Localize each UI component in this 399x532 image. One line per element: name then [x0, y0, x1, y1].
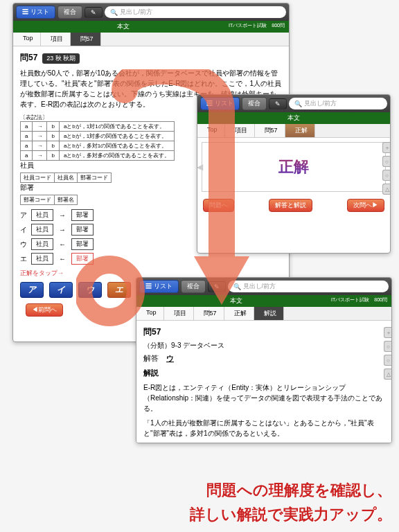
title-bar: 本文 ITパスポート試験 800問: [136, 295, 391, 307]
choice-e: エ 社員 部署: [20, 253, 282, 265]
toolbar: ☰ リスト 複合 ✎ 🔍 見出し/前方: [197, 95, 390, 112]
side-tab-1[interactable]: ○: [384, 341, 392, 352]
correct-window: ☰ リスト 複合 ✎ 🔍 見出し/前方 本文 Top 項目 問57 正解 正解 …: [197, 94, 391, 254]
search-input[interactable]: 🔍 見出し/前方: [289, 98, 387, 109]
search-input[interactable]: 🔍 見出し/前方: [105, 6, 286, 18]
side-tab-1[interactable]: ○: [382, 156, 391, 167]
crumb-top[interactable]: Top: [136, 307, 164, 320]
answer-i[interactable]: イ: [49, 282, 73, 298]
list-button[interactable]: ☰ リスト: [16, 6, 55, 19]
pencil-button[interactable]: ✎: [85, 7, 103, 18]
category: （分類）9-3 データベース: [143, 341, 384, 351]
title-center: 本文: [117, 22, 130, 31]
answer-a[interactable]: ア: [20, 282, 44, 298]
search-icon: 🔍: [110, 9, 118, 16]
crumb-qnum[interactable]: 問57: [255, 124, 285, 137]
explanation-window: ☰ リスト 複合 ✎ 🔍 見出し/前方 本文 ITパスポート試験 800問 To…: [136, 277, 392, 443]
answer-e[interactable]: エ: [107, 282, 131, 298]
crumb-qnum[interactable]: 問57: [71, 33, 101, 46]
arrow-right-icon: [57, 226, 67, 233]
list-button[interactable]: ☰ リスト: [139, 280, 179, 293]
exam-tag: 23 秋 秋期: [42, 53, 80, 64]
tap-label: 正解をタップ→: [20, 269, 64, 276]
legend-table: a→baとbが，1対1の関係であることを表す。 a→baとbが，1対多の関係であ…: [20, 121, 175, 161]
crumb-explain[interactable]: 解説: [254, 307, 284, 320]
side-tabs: ＋ ○ ○ △: [382, 142, 391, 195]
correct-panel: 正解: [202, 142, 386, 192]
explanation-content: 問57 （分類）9-3 データベース 解答 ウ 解説 E-R図とは，エンティティ…: [136, 321, 391, 443]
search-icon: 🔍: [233, 283, 241, 290]
title-bar: 本文: [197, 112, 390, 124]
breadcrumb: Top 項目 問57 正解 解説: [136, 307, 391, 321]
explain-heading: 解説: [143, 368, 384, 378]
search-input[interactable]: 🔍 見出し/前方: [228, 281, 389, 292]
to-question-button[interactable]: 問題へ: [203, 199, 234, 212]
side-tab-3[interactable]: △: [384, 369, 392, 380]
side-tabs: ＋ ○ ○ △: [384, 327, 392, 380]
arrow-left-icon: [57, 255, 67, 263]
crumb-correct[interactable]: 正解: [224, 307, 254, 320]
search-icon: 🔍: [294, 100, 302, 107]
marketing-line2: 詳しい解説で実践力アップ。: [190, 502, 392, 526]
breadcrumb: Top 項目 問57: [13, 33, 289, 46]
toolbar: ☰ リスト 複合 ✎ 🔍 見出し/前方: [136, 278, 391, 295]
crumb-correct[interactable]: 正解: [285, 124, 315, 137]
compound-button[interactable]: 複合: [181, 280, 206, 293]
title-right: ITパスポート試験 800問: [229, 22, 285, 31]
question-number: 問57: [20, 52, 37, 64]
side-tab-plus[interactable]: ＋: [384, 327, 392, 338]
marketing-line1: 問題への理解度を確認し、: [190, 478, 392, 502]
nav-row: 問題へ 解答と解説 次問へ▶: [197, 196, 390, 215]
compound-button[interactable]: 複合: [242, 97, 267, 110]
crumb-top[interactable]: Top: [197, 124, 225, 137]
list-button[interactable]: ☰ リスト: [200, 97, 240, 110]
crumb-qnum[interactable]: 問57: [194, 307, 224, 320]
arrow-right-icon: [57, 211, 67, 219]
explain-p2: 「1人の社員が複数部署に所属することはない」とあることから，"社員"表と"部署"…: [143, 418, 384, 438]
side-tab-3[interactable]: △: [382, 184, 391, 195]
crumb-item[interactable]: 項目: [225, 124, 255, 137]
prev-question-button[interactable]: ◀前問へ: [26, 303, 63, 317]
answer-line: 解答 ウ: [143, 353, 384, 364]
explain-p3: したがって，ウが正解となる。: [143, 443, 384, 443]
pencil-button[interactable]: ✎: [269, 98, 287, 109]
explain-p1: E-R図とは，エンティティ（Entity：実体）とリレーションシップ（Relat…: [143, 382, 384, 414]
title-bar: 本文 ITパスポート試験 800問: [13, 21, 289, 33]
toolbar: ☰ リスト 複合 ✎ 🔍 見出し/前方: [13, 3, 289, 21]
question-number: 問57: [143, 326, 161, 338]
correct-label: 正解: [202, 143, 385, 191]
compound-button[interactable]: 複合: [57, 6, 82, 19]
next-question-button[interactable]: 次問へ▶: [347, 199, 384, 212]
breadcrumb: Top 項目 問57 正解: [197, 124, 390, 138]
answer-value: ウ: [166, 354, 174, 362]
answer-u[interactable]: ウ: [78, 282, 102, 298]
crumb-item[interactable]: 項目: [164, 307, 194, 320]
side-tab-plus[interactable]: ＋: [382, 142, 391, 153]
search-placeholder: 見出し/前方: [120, 8, 153, 17]
crumb-top[interactable]: Top: [13, 33, 41, 46]
side-tab-2[interactable]: ○: [384, 355, 392, 366]
to-explanation-button[interactable]: 解答と解説: [269, 199, 312, 212]
pencil-button[interactable]: ✎: [208, 281, 226, 292]
crumb-item[interactable]: 項目: [41, 33, 71, 46]
side-tab-2[interactable]: ○: [382, 170, 391, 181]
arrow-left-icon: [57, 240, 67, 248]
marketing-copy: 問題への理解度を確認し、 詳しい解説で実践力アップ。: [190, 478, 392, 526]
